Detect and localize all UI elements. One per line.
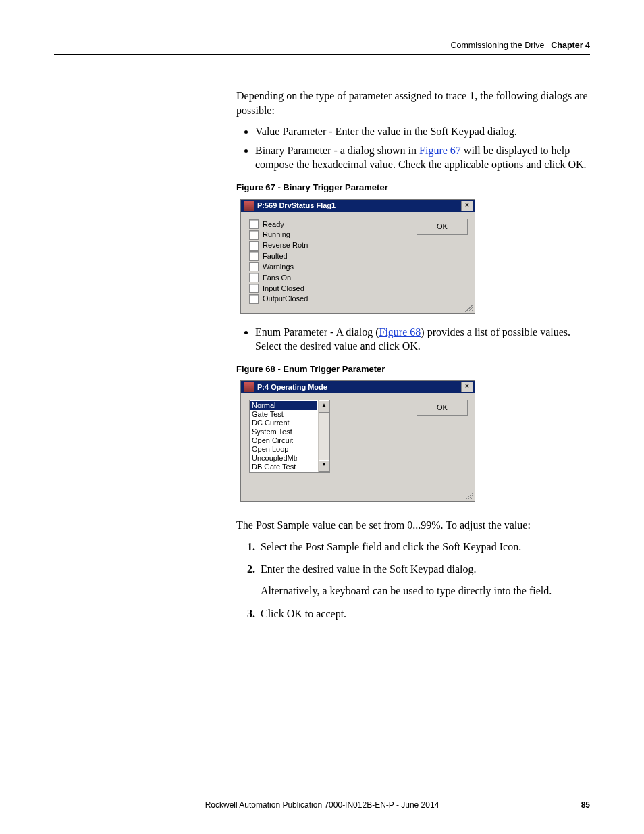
list-item[interactable]: DC Current	[250, 419, 317, 427]
list-item[interactable]: DB Gate Test	[250, 463, 317, 471]
checkbox-label: Warnings	[263, 262, 294, 272]
checkbox-input-closed[interactable]	[249, 284, 259, 293]
checkbox-ready[interactable]	[249, 219, 259, 229]
list-item[interactable]: Normal	[250, 401, 317, 410]
chapter-label: Chapter 4	[551, 41, 590, 50]
bullet-enum-param: Enum Parameter - A dialog (Figure 68) pr…	[255, 325, 590, 354]
dialog-title: P:569 DrvStatus Flag1	[257, 201, 458, 211]
list-item[interactable]: Open Circuit	[250, 436, 317, 445]
checkbox-label: OutputClosed	[263, 294, 308, 304]
page-number: 85	[563, 800, 590, 810]
step-text: Enter the desired value in the Soft Keyp…	[261, 563, 476, 575]
checkbox-output-closed[interactable]	[249, 294, 259, 304]
step-1: Select the Post Sample field and click t…	[258, 540, 590, 554]
scroll-down-icon[interactable]: ▼	[319, 460, 329, 472]
figure-68-caption: Figure 68 - Enum Trigger Parameter	[236, 363, 590, 375]
scroll-up-icon[interactable]: ▲	[319, 400, 329, 413]
figure-68-link[interactable]: Figure 68	[379, 326, 421, 338]
dialog-title: P:4 Operating Mode	[257, 382, 458, 392]
scrollbar-track[interactable]	[319, 413, 329, 460]
close-icon[interactable]: ×	[461, 382, 473, 392]
checkbox-label: Running	[263, 230, 290, 240]
list-item[interactable]: Gate Test	[250, 410, 317, 419]
checkbox-reverse-rotn[interactable]	[249, 241, 259, 251]
figure-67-link[interactable]: Figure 67	[419, 145, 461, 156]
checkbox-running[interactable]	[249, 230, 259, 240]
checkbox-label: Ready	[263, 219, 284, 230]
resize-handle-icon[interactable]	[465, 304, 473, 312]
bullet-binary-param: Binary Parameter - a dialog shown in Fig…	[255, 143, 590, 172]
list-item[interactable]: System Test	[250, 427, 317, 436]
checkbox-label: Input Closed	[263, 284, 304, 294]
breadcrumb: Commissioning the Drive	[450, 41, 544, 50]
ok-button[interactable]: OK	[417, 400, 468, 416]
checkbox-warnings[interactable]	[249, 262, 259, 271]
operating-mode-listbox[interactable]: Normal Gate Test DC Current System Test …	[249, 400, 330, 473]
intro-para: Depending on the type of parameter assig…	[236, 88, 590, 118]
checkbox-label: Fans On	[263, 273, 291, 283]
close-icon[interactable]: ×	[461, 201, 473, 211]
list-item[interactable]: Open Loop	[250, 445, 317, 454]
dialog-titlebar[interactable]: P:4 Operating Mode ×	[241, 381, 475, 393]
bullet-value-param: Value Parameter - Enter the value in the…	[255, 124, 590, 139]
binary-trigger-dialog: P:569 DrvStatus Flag1 × Ready Running Re…	[240, 199, 475, 314]
post-sample-para: The Post Sample value can be set from 0.…	[236, 518, 590, 533]
ok-button[interactable]: OK	[417, 219, 468, 235]
checkbox-label: Reverse Rotn	[263, 240, 308, 251]
figure-67-caption: Figure 67 - Binary Trigger Parameter	[236, 182, 590, 194]
step-text: Alternatively, a keyboard can be used to…	[261, 585, 552, 596]
dialog-icon	[244, 382, 254, 392]
bullet-text: Binary Parameter - a dialog shown in	[255, 145, 419, 156]
resize-handle-icon[interactable]	[465, 492, 473, 500]
list-item[interactable]: UncoupledMtr	[250, 454, 317, 463]
enum-trigger-dialog: P:4 Operating Mode × Normal Gate Test DC…	[240, 380, 475, 502]
dialog-icon	[244, 201, 254, 211]
bullet-text: Enum Parameter - A dialog (	[255, 326, 379, 338]
checkbox-fans-on[interactable]	[249, 273, 259, 282]
checkbox-label: Faulted	[263, 251, 288, 261]
checkbox-faulted[interactable]	[249, 251, 259, 261]
dialog-titlebar[interactable]: P:569 DrvStatus Flag1 ×	[241, 200, 475, 212]
footer-publication: Rockwell Automation Publication 7000-IN0…	[81, 800, 563, 810]
step-2: Enter the desired value in the Soft Keyp…	[258, 562, 590, 598]
header-rule	[54, 54, 590, 55]
step-3: Click OK to accept.	[258, 606, 590, 621]
